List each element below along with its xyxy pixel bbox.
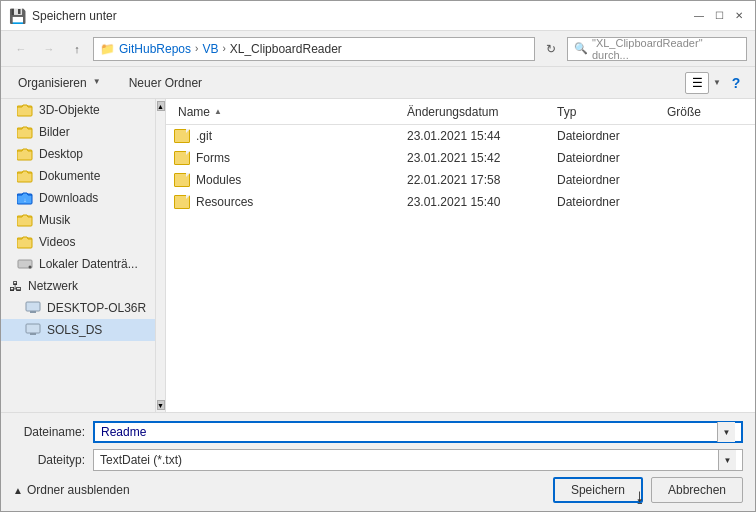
table-row[interactable]: Forms 23.01.2021 15:42 Dateiordner	[166, 147, 755, 169]
organize-button[interactable]: Organisieren ▼	[9, 72, 112, 94]
drive-icon	[17, 256, 33, 272]
folder-downloads-icon: ↓	[17, 190, 33, 206]
sidebar-item-dokumente[interactable]: Dokumente	[1, 165, 155, 187]
nav-bar: ← → ↑ 📁 GitHubRepos › VB › XL_ClipboardR…	[1, 31, 755, 67]
title-bar: 💾 Speichern unter — ☐ ✕	[1, 1, 755, 31]
filename-label: Dateiname:	[13, 425, 85, 439]
forward-button[interactable]: →	[37, 37, 61, 61]
file-date-1: 23.01.2021 15:42	[407, 151, 557, 165]
minimize-button[interactable]: —	[691, 8, 707, 24]
main-area: 3D-Objekte Bilder Desktop	[1, 99, 755, 412]
folder-icon-2	[174, 173, 190, 187]
search-icon: 🔍	[574, 42, 588, 55]
sidebar-scrollbar[interactable]: ▲ ▼	[155, 99, 165, 412]
sidebar-item-musik-label: Musik	[39, 213, 70, 227]
col-header-name[interactable]: Name ▲	[174, 105, 407, 119]
breadcrumb-item-1[interactable]: GitHubRepos	[119, 42, 191, 56]
sidebar-item-videos[interactable]: Videos	[1, 231, 155, 253]
file-name-1: Forms	[174, 151, 407, 165]
sidebar-item-musik[interactable]: Musik	[1, 209, 155, 231]
save-button-label: Speichern	[571, 483, 625, 497]
cursor-indicator: ⭳	[633, 489, 647, 505]
col-modified-label: Änderungsdatum	[407, 105, 498, 119]
folder-icon-1	[174, 151, 190, 165]
folder-music-icon	[17, 212, 33, 228]
sidebar-item-3d[interactable]: 3D-Objekte	[1, 99, 155, 121]
table-row[interactable]: Modules 22.01.2021 17:58 Dateiordner	[166, 169, 755, 191]
sidebar-item-bilder-label: Bilder	[39, 125, 70, 139]
search-placeholder: "XL_ClipboardReader" durch...	[592, 37, 740, 61]
file-name-text-0: .git	[196, 129, 212, 143]
breadcrumb-item-2[interactable]: VB	[202, 42, 218, 56]
view-dropdown-icon: ▼	[713, 78, 721, 87]
filetype-value: TextDatei (*.txt)	[100, 453, 718, 467]
new-folder-label: Neuer Ordner	[129, 76, 202, 90]
sidebar-item-drive-label: Lokaler Datenträ...	[39, 257, 138, 271]
file-date-0: 23.01.2021 15:44	[407, 129, 557, 143]
breadcrumb-current: XL_ClipboardReader	[230, 42, 342, 56]
svg-rect-13	[30, 333, 36, 335]
hide-panel-link[interactable]: ▲ Ordner ausblenden	[13, 483, 130, 497]
scroll-down-arrow[interactable]: ▼	[157, 400, 165, 410]
col-header-modified[interactable]: Änderungsdatum	[407, 105, 557, 119]
sidebar-item-downloads[interactable]: ↓ Downloads	[1, 187, 155, 209]
save-button[interactable]: Speichern ⭳	[553, 477, 643, 503]
cancel-button-label: Abbrechen	[668, 483, 726, 497]
scroll-up-arrow[interactable]: ▲	[157, 101, 165, 111]
organize-dropdown-icon: ▼	[91, 77, 103, 89]
network-icon: 🖧	[9, 279, 22, 294]
file-name-3: Resources	[174, 195, 407, 209]
folder-docs-icon	[17, 168, 33, 184]
filetype-field[interactable]: TextDatei (*.txt) ▼	[93, 449, 743, 471]
col-header-type[interactable]: Typ	[557, 105, 667, 119]
up-button[interactable]: ↑	[65, 37, 89, 61]
sidebar-item-desktop[interactable]: Desktop	[1, 143, 155, 165]
table-row[interactable]: .git 23.01.2021 15:44 Dateiordner	[166, 125, 755, 147]
file-date-3: 23.01.2021 15:40	[407, 195, 557, 209]
window-controls: — ☐ ✕	[691, 8, 747, 24]
col-header-size[interactable]: Größe	[667, 105, 747, 119]
file-type-0: Dateiordner	[557, 129, 667, 143]
filename-row: Dateiname: ▼	[13, 421, 743, 443]
sidebar-item-downloads-label: Downloads	[39, 191, 98, 205]
maximize-button[interactable]: ☐	[711, 8, 727, 24]
refresh-button[interactable]: ↻	[539, 37, 563, 61]
filename-input[interactable]	[101, 425, 717, 439]
filetype-label: Dateityp:	[13, 453, 85, 467]
svg-rect-11	[30, 311, 36, 313]
filetype-dropdown-btn[interactable]: ▼	[718, 450, 736, 470]
organize-label: Organisieren	[18, 76, 87, 90]
file-area: Name ▲ Änderungsdatum Typ Größe	[166, 99, 755, 412]
sidebar-item-desktop-pc[interactable]: DESKTOP-OL36R	[1, 297, 155, 319]
file-date-2: 22.01.2021 17:58	[407, 173, 557, 187]
sidebar-item-bilder[interactable]: Bilder	[1, 121, 155, 143]
close-button[interactable]: ✕	[731, 8, 747, 24]
cancel-button[interactable]: Abbrechen	[651, 477, 743, 503]
file-name-0: .git	[174, 129, 407, 143]
file-type-3: Dateiordner	[557, 195, 667, 209]
help-button[interactable]: ?	[725, 72, 747, 94]
file-name-2: Modules	[174, 173, 407, 187]
sidebar-network-header[interactable]: 🖧 Netzwerk	[1, 275, 155, 297]
sidebar-item-drive[interactable]: Lokaler Datenträ...	[1, 253, 155, 275]
search-bar[interactable]: 🔍 "XL_ClipboardReader" durch...	[567, 37, 747, 61]
file-list: .git 23.01.2021 15:44 Dateiordner Forms …	[166, 125, 755, 412]
new-folder-button[interactable]: Neuer Ordner	[120, 72, 211, 94]
sidebar-item-dokumente-label: Dokumente	[39, 169, 100, 183]
sidebar-item-3d-label: 3D-Objekte	[39, 103, 100, 117]
breadcrumb-bar[interactable]: 📁 GitHubRepos › VB › XL_ClipboardReader	[93, 37, 535, 61]
breadcrumb-sep-2: ›	[222, 43, 225, 54]
bottom-section: Dateiname: ▼ Dateityp: TextDatei (*.txt)…	[1, 412, 755, 511]
filename-field[interactable]: ▼	[93, 421, 743, 443]
view-toggle-button[interactable]: ☰	[685, 72, 709, 94]
table-row[interactable]: Resources 23.01.2021 15:40 Dateiordner	[166, 191, 755, 213]
filetype-row: Dateityp: TextDatei (*.txt) ▼	[13, 449, 743, 471]
desktop-pc-icon	[25, 300, 41, 316]
col-name-label: Name	[178, 105, 210, 119]
sort-arrow-name: ▲	[214, 107, 222, 116]
filename-dropdown-btn[interactable]: ▼	[717, 422, 735, 442]
sidebar-item-sols[interactable]: SOLS_DS	[1, 319, 155, 341]
folder-pictures-icon	[17, 124, 33, 140]
svg-point-9	[29, 266, 32, 269]
back-button[interactable]: ←	[9, 37, 33, 61]
